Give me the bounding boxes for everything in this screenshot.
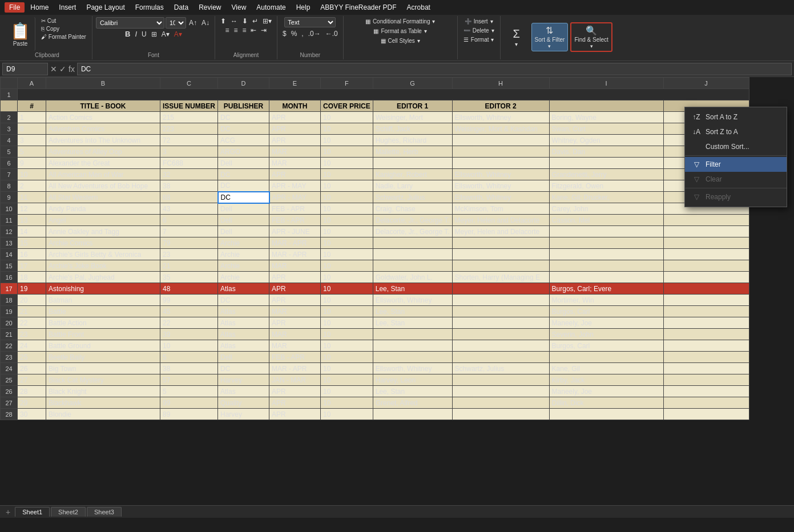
- cell[interactable]: Action Comics: [46, 112, 160, 123]
- cell[interactable]: [663, 374, 749, 386]
- increase-decimal-button[interactable]: .0→: [307, 30, 323, 38]
- cell[interactable]: Casson, Mel: [549, 215, 663, 226]
- cell[interactable]: 10: [321, 306, 373, 317]
- cell[interactable]: MAR: [269, 306, 321, 317]
- cell[interactable]: Kirby, Jack: [549, 374, 663, 386]
- cell[interactable]: [373, 329, 452, 340]
- cell[interactable]: APR - MAY: [269, 192, 321, 203]
- cell[interactable]: Annie Oakley and Tagg: [46, 226, 160, 237]
- custom-sort-item[interactable]: Custom Sort...: [685, 139, 787, 154]
- insert-button[interactable]: ➕ Insert ▾: [462, 17, 495, 26]
- cell[interactable]: Burgos, Carl: [549, 340, 663, 352]
- cell[interactable]: [663, 340, 749, 352]
- decrease-decimal-button[interactable]: ←.0: [324, 30, 340, 38]
- cell[interactable]: [452, 340, 549, 352]
- cell[interactable]: [549, 158, 663, 169]
- cell[interactable]: APR: [269, 272, 321, 283]
- cell[interactable]: Weisinger, Mort & Kashdan: [452, 123, 549, 135]
- conditional-formatting-button[interactable]: ▦ Conditional Formatting ▾: [363, 17, 438, 26]
- cell[interactable]: Schwartz, Julius: [373, 192, 452, 203]
- cell[interactable]: 22: [160, 317, 218, 329]
- cell[interactable]: [663, 260, 749, 272]
- cell[interactable]: [663, 352, 749, 363]
- increase-indent-button[interactable]: ⇥: [259, 26, 268, 34]
- cell[interactable]: Archie: [218, 249, 269, 260]
- cell[interactable]: Schiff, Jack: [373, 123, 452, 135]
- cell[interactable]: [373, 237, 452, 249]
- cell[interactable]: [452, 386, 549, 397]
- cell[interactable]: Delacorte, Jr., George T.: [373, 226, 452, 237]
- cell[interactable]: 43: [160, 203, 218, 215]
- format-button[interactable]: ☰ Format ▾: [461, 35, 497, 44]
- cell[interactable]: Archie Comics: [46, 237, 160, 249]
- fill-color-button[interactable]: A▾: [160, 30, 171, 38]
- menu-page-layout[interactable]: Page Layout: [82, 2, 129, 13]
- cell[interactable]: APR - JUNE: [269, 226, 321, 237]
- cell[interactable]: Davis, Dan: [549, 146, 663, 158]
- cell[interactable]: 9: [18, 158, 46, 169]
- cell[interactable]: [663, 306, 749, 317]
- formula-input[interactable]: [77, 63, 792, 75]
- cell[interactable]: 10: [321, 158, 373, 169]
- cell[interactable]: [663, 386, 749, 397]
- cell[interactable]: APR: [269, 135, 321, 146]
- cell[interactable]: Archie: [218, 272, 269, 283]
- cell[interactable]: [373, 158, 452, 169]
- cell[interactable]: 10: [321, 237, 373, 249]
- col-issue[interactable]: ISSUE NUMBER: [160, 100, 218, 112]
- align-bottom-button[interactable]: ⬇: [240, 17, 249, 25]
- cell-styles-button[interactable]: ▦ Cell Styles ▾: [363, 37, 438, 45]
- cell[interactable]: APR: [269, 283, 321, 295]
- cell[interactable]: DC: [218, 180, 269, 192]
- col-editor1[interactable]: EDITOR 1: [373, 100, 452, 112]
- cell[interactable]: 10: [321, 329, 373, 340]
- italic-button[interactable]: I: [133, 30, 139, 38]
- col-extra1[interactable]: [549, 100, 663, 112]
- cell[interactable]: 10: [321, 386, 373, 397]
- cell[interactable]: Whitney, Ogden: [549, 135, 663, 146]
- number-format-select[interactable]: Text: [284, 17, 336, 27]
- cell[interactable]: 10: [321, 260, 373, 272]
- menu-data[interactable]: Data: [170, 2, 193, 13]
- cell[interactable]: 10: [321, 146, 373, 158]
- cell[interactable]: 3: [18, 135, 46, 146]
- add-sheet-button[interactable]: +: [2, 506, 14, 518]
- cell[interactable]: MAR - APR: [269, 249, 321, 260]
- cell[interactable]: 10: [321, 180, 373, 192]
- cell[interactable]: 38: [160, 363, 218, 374]
- cell[interactable]: 39: [160, 329, 218, 340]
- cell[interactable]: 26: [18, 363, 46, 374]
- cell[interactable]: Meyer, Helen and Delacorte: [452, 215, 549, 226]
- cell[interactable]: 10: [321, 272, 373, 283]
- underline-button[interactable]: U: [140, 30, 148, 38]
- cell[interactable]: MAR: [269, 340, 321, 352]
- cell[interactable]: 5: [160, 386, 218, 397]
- cell[interactable]: Big Town: [46, 363, 160, 374]
- cell[interactable]: DC: [218, 363, 269, 374]
- menu-acrobat[interactable]: Acrobat: [402, 2, 435, 13]
- cell[interactable]: 28: [18, 386, 46, 397]
- cell[interactable]: 10: [321, 169, 373, 180]
- cell[interactable]: Boring, Wayne: [549, 112, 663, 123]
- cell[interactable]: 14: [18, 226, 46, 237]
- cell[interactable]: [452, 158, 549, 169]
- cell[interactable]: Ellsworth, Whitney: [373, 295, 452, 306]
- cell[interactable]: 5: [18, 146, 46, 158]
- cell[interactable]: [663, 295, 749, 306]
- delete-button[interactable]: ➖ Delete ▾: [461, 26, 497, 35]
- cell[interactable]: APR: [269, 295, 321, 306]
- decrease-font-button[interactable]: A↓: [200, 19, 211, 27]
- menu-view[interactable]: View: [227, 2, 251, 13]
- cell[interactable]: 10: [321, 374, 373, 386]
- cell[interactable]: 3: [160, 146, 218, 158]
- cell[interactable]: 23: [18, 329, 46, 340]
- wrap-text-button[interactable]: ↵: [251, 17, 260, 25]
- cell[interactable]: [663, 283, 749, 295]
- sheet-tab-3[interactable]: Sheet3: [87, 507, 122, 517]
- cell[interactable]: All Star Western: [46, 192, 160, 203]
- cell[interactable]: Lee, Stan: [373, 306, 452, 317]
- cell[interactable]: 24: [18, 340, 46, 352]
- cell[interactable]: [549, 409, 663, 420]
- cell[interactable]: 32: [160, 169, 218, 180]
- menu-insert[interactable]: Insert: [54, 2, 80, 13]
